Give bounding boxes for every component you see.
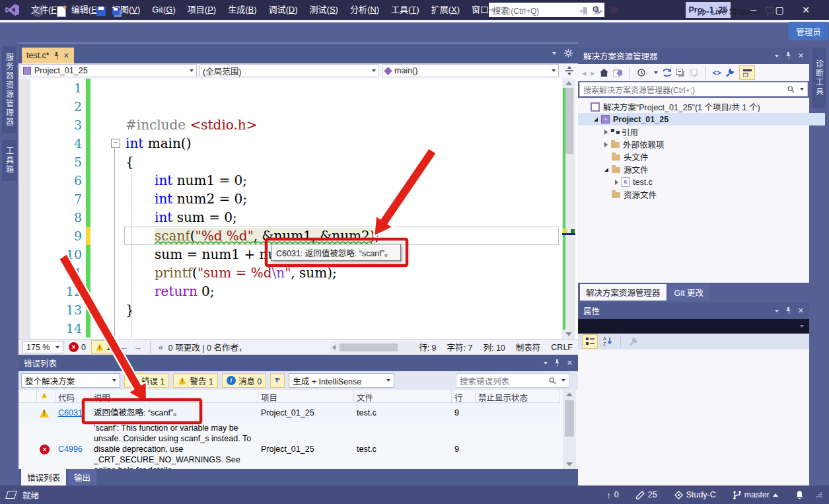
column-header-2[interactable]: 项目 [258,390,354,402]
tree-expander-icon[interactable] [615,180,618,185]
menu-item-10[interactable]: 扩展(X) [425,0,466,20]
editor-options-gear-icon[interactable] [564,49,573,57]
tree-item-4[interactable]: 头文件 [578,151,829,163]
error-code[interactable]: C4996 [55,445,91,454]
pin-icon[interactable] [785,307,791,314]
solution-bottom-tab-1[interactable]: Git 更改 [668,284,709,301]
copy-path-icon[interactable] [690,69,698,77]
tab-list-dropdown[interactable] [552,52,556,55]
sidebar-tab-diagnostic-tools[interactable]: 诊断工具 [812,48,826,108]
push-count[interactable]: ↑0 [606,490,618,500]
tree-expander-icon[interactable] [594,118,598,122]
close-tab-icon[interactable]: ✕ [63,52,69,60]
close-panel-icon[interactable]: ✕ [798,306,804,315]
next-issue-arrow[interactable]: → [133,343,142,352]
tree-expander-icon[interactable] [604,168,608,172]
navigate-forward-icon[interactable]: → [32,5,45,18]
tree-item-3[interactable]: 外部依赖项 [578,138,829,151]
menu-item-7[interactable]: 测试(S) [304,0,344,20]
menu-item-5[interactable]: 生成(B) [222,0,262,20]
step-into-icon[interactable] [501,5,514,18]
codelens-summary[interactable]: 0 项更改 | 0 名作者，0 项更改 [168,341,242,353]
tree-item-0[interactable]: 解决方案“Project_01_25”(1 个项目/共 1 个) [578,100,814,113]
document-tab-test-c[interactable]: test.c* ✕ [22,48,74,63]
sidebar-tab-toolbox[interactable]: 工具箱 [2,140,17,181]
pin-icon[interactable] [554,359,560,367]
pending-changes-count[interactable]: 25 [636,490,657,499]
menu-item-9[interactable]: 工具(T) [385,0,425,20]
next-bookmark-icon[interactable] [593,5,606,18]
error-row-0[interactable]: C6031返回值被忽略: “scanf”。Project_01_25test.c… [18,403,560,423]
filter-dropdown[interactable] [654,71,658,74]
preview-selected-items-toggle[interactable] [739,65,755,80]
column-header-3[interactable]: 文件 [354,390,452,402]
editor-error-count[interactable]: ×0 [69,342,86,352]
se-home-icon[interactable] [600,69,608,77]
project-dropdown[interactable]: Project_01_25 [20,64,197,77]
live-share-button[interactable]: Live Share [697,7,752,17]
zoom-level-select[interactable]: 175 % [22,341,63,353]
menu-item-4[interactable]: 项目(P) [182,0,222,20]
view-code-icon[interactable]: <> [713,69,721,77]
solution-bottom-tab-0[interactable]: 解决方案资源管理器 [580,284,667,301]
repository-selector[interactable]: Study-C [674,490,716,499]
window-position-dropdown[interactable] [775,310,779,312]
properties-object-select[interactable] [578,319,809,334]
split-window-handle[interactable] [564,65,575,76]
editor-vertical-scrollbar[interactable] [562,79,575,339]
feedback-icon[interactable] [763,5,776,18]
se-back-icon[interactable]: ◂ [582,68,586,78]
redo-dropdown[interactable] [176,10,180,13]
source-filter-select[interactable]: 生成 + IntelliSense [289,373,394,388]
column-header-4[interactable]: 行 [452,390,476,402]
line-ending-indicator[interactable]: CRLF [551,343,573,352]
scroll-down-arrow[interactable] [565,332,572,336]
severity-column-header[interactable] [37,390,55,402]
redo-icon[interactable]: ↻ [157,5,170,18]
editor-horizontal-scrollbar[interactable] [330,342,429,353]
solution-explorer-titlebar[interactable]: 解决方案资源管理器 ✕ [578,48,809,64]
error-list-scrollbar[interactable] [563,390,576,469]
se-forward-icon[interactable]: ▸ [591,68,595,78]
errors-filter-button[interactable]: ×错误 1 [124,373,169,388]
alphabetical-sort-button[interactable]: AZ [603,336,612,347]
menu-item-6[interactable]: 调试(D) [263,0,304,20]
tree-item-6[interactable]: ctest.c [578,176,829,188]
tree-item-7[interactable]: 资源文件 [578,188,829,201]
error-list-titlebar[interactable]: 错误列表 ✕ [18,355,578,371]
step-over-icon[interactable] [486,5,499,18]
solution-search-input[interactable]: 搜索解决方案资源管理器(Ctrl+;) [579,82,808,96]
tree-expander-icon[interactable] [604,142,608,147]
code-editor[interactable]: 123#include <stdio.h>4int main()5{6int n… [18,79,578,339]
error-search-input[interactable]: 搜索错误列表 [456,373,569,388]
member-dropdown[interactable]: main() [382,64,559,77]
menu-item-8[interactable]: 分析(N) [344,0,385,20]
indentation-indicator[interactable]: 制表符 [516,341,541,353]
pending-changes-filter-icon[interactable] [637,69,646,77]
previous-bookmark-icon[interactable] [577,5,591,18]
property-pages-wrench-icon[interactable] [629,337,638,346]
bottom-tab-0[interactable]: 错误列表 [21,469,66,486]
bottom-tab-1[interactable]: 输出 [68,469,96,486]
window-position-dropdown[interactable] [544,362,548,365]
column-header-0[interactable]: 代码 [55,390,91,402]
pin-icon[interactable] [54,52,59,59]
properties-wrench-icon[interactable] [725,68,735,77]
close-button[interactable]: ✕ [793,0,819,20]
switch-views-icon[interactable] [613,69,622,77]
branch-selector[interactable]: master [733,490,778,499]
scope-dropdown[interactable]: (全局范围) [199,64,379,77]
close-panel-icon[interactable]: ✕ [798,52,804,60]
close-panel-icon[interactable]: ✕ [567,359,573,367]
pin-icon[interactable] [785,52,791,59]
sync-with-active-icon[interactable] [663,69,672,77]
editor-warning-count[interactable]: 1 [91,340,115,354]
prev-issue-arrow[interactable]: ← [120,343,129,352]
scope-filter-select[interactable]: 整个解决方案 [21,373,120,388]
error-row-1[interactable]: ×C4996'scanf': This function or variable… [18,423,560,469]
collapse-region-toggle[interactable]: − [111,139,120,148]
tree-expander-icon[interactable] [604,129,608,135]
error-code[interactable]: C6031 [55,408,91,417]
tree-item-1[interactable]: +Project_01_25 [578,113,825,126]
window-position-dropdown[interactable] [775,55,779,57]
